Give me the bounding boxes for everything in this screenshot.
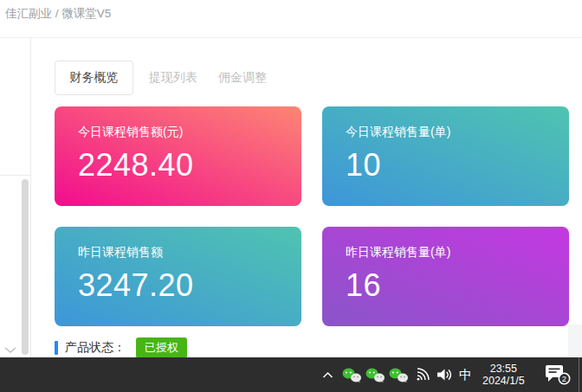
- card-value: 10: [346, 147, 569, 183]
- card-today-sales-amount[interactable]: 今日课程销售额(元) 2248.40: [55, 106, 301, 206]
- top-header-bar: 佳汇副业 / 微课堂V5: [0, 0, 582, 38]
- sidebar-scrollbar[interactable]: [22, 179, 29, 355]
- tab-finance-overview[interactable]: 财务概览: [55, 61, 133, 95]
- card-label: 今日课程销售额(元): [78, 125, 301, 140]
- wechat-icon[interactable]: [342, 368, 362, 382]
- status-label: 产品状态：: [65, 340, 126, 356]
- status-badge: 已授权: [136, 337, 187, 358]
- corner-patch: [568, 325, 582, 357]
- card-yesterday-sales-count[interactable]: 昨日课程销售量(单) 16: [322, 227, 569, 326]
- card-today-sales-count[interactable]: 今日课程销售量(单) 10: [322, 106, 569, 206]
- card-label: 今日课程销售量(单): [346, 125, 569, 140]
- taskbar-time: 23:55: [482, 363, 525, 375]
- notification-badge: 2: [562, 374, 566, 383]
- wifi-icon[interactable]: [416, 368, 431, 382]
- sidebar-divider: [0, 175, 30, 176]
- sidebar: [0, 38, 31, 357]
- card-value: 16: [346, 267, 569, 304]
- stat-cards-grid: 今日课程销售额(元) 2248.40 今日课程销售量(单) 10 昨日课程销售额…: [55, 106, 569, 326]
- main-content: 财务概览 提现列表 佣金调整 今日课程销售额(元) 2248.40 今日课程销售…: [31, 38, 582, 357]
- notification-center-icon[interactable]: 2: [545, 364, 571, 385]
- tab-bar: 财务概览 提现列表 佣金调整: [55, 61, 267, 95]
- card-value: 2248.40: [78, 147, 301, 183]
- status-accent-bar: [55, 341, 58, 355]
- speaker-icon[interactable]: [436, 368, 454, 382]
- breadcrumb[interactable]: 佳汇副业 / 微课堂V5: [5, 6, 111, 22]
- screen: 佳汇副业 / 微课堂V5 财务概览 提现列表 佣金调整 今日课程销售额(元) 2…: [0, 0, 582, 392]
- taskbar-clock[interactable]: 23:55 2024/1/5: [482, 363, 533, 387]
- wechat-icon[interactable]: [389, 368, 409, 382]
- product-status-row: 产品状态： 已授权: [55, 337, 187, 358]
- wechat-icon[interactable]: [365, 368, 385, 382]
- tab-commission-adjust[interactable]: 佣金调整: [218, 70, 267, 86]
- card-value: 3247.20: [78, 267, 301, 304]
- tab-withdraw-list[interactable]: 提现列表: [149, 70, 197, 86]
- chevron-down-icon[interactable]: [4, 347, 16, 354]
- chevron-up-icon[interactable]: [322, 371, 333, 379]
- taskbar-date: 2024/1/5: [482, 375, 525, 387]
- taskbar: 中 23:55 2024/1/5 2: [0, 357, 582, 392]
- card-label: 昨日课程销售量(单): [346, 245, 569, 260]
- card-label: 昨日课程销售额: [78, 245, 301, 260]
- card-yesterday-sales-amount[interactable]: 昨日课程销售额 3247.20: [55, 227, 301, 326]
- ime-indicator[interactable]: 中: [459, 367, 472, 383]
- show-desktop-separator[interactable]: [579, 357, 579, 392]
